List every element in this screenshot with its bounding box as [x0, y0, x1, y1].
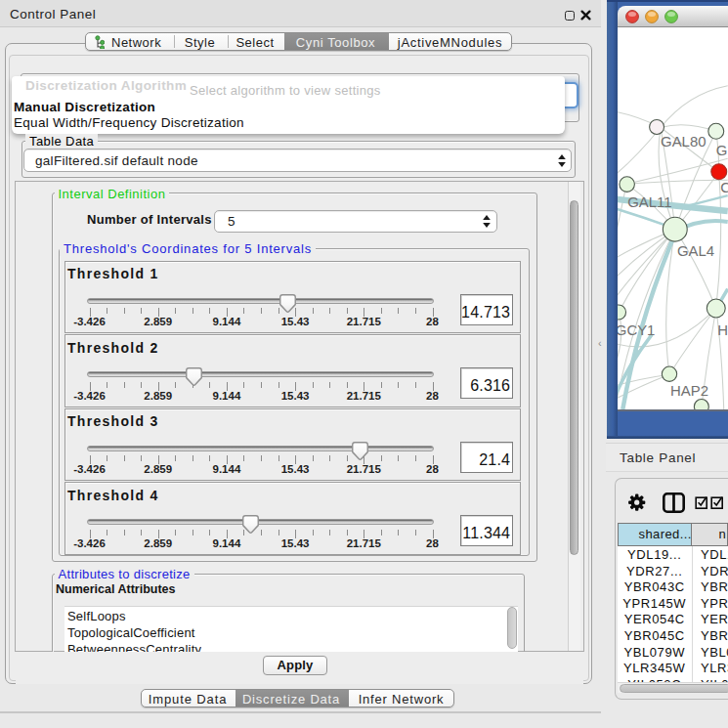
svg-text:GAL11: GAL11 — [627, 193, 671, 210]
svg-text:GCY1: GCY1 — [618, 321, 655, 338]
svg-text:GAL4: GAL4 — [677, 242, 714, 259]
svg-text:HAP2: HAP2 — [670, 382, 708, 399]
svg-text:H: H — [717, 321, 728, 338]
svg-text:GAL80: GAL80 — [661, 133, 706, 150]
svg-text:G...: G... — [716, 142, 728, 158]
svg-text:C...: C... — [720, 179, 728, 195]
